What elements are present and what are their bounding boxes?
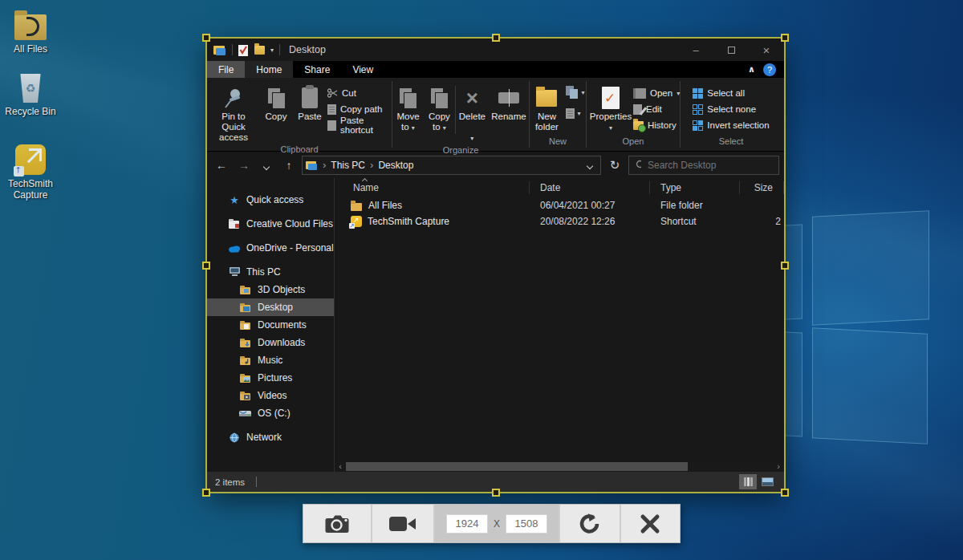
new-folder-qat-icon[interactable] <box>254 46 265 55</box>
new-folder-button[interactable]: New folder <box>530 83 563 134</box>
search-box[interactable] <box>628 156 779 175</box>
delete-button[interactable]: × Delete ▾ <box>456 83 489 145</box>
cut-button[interactable]: Cut <box>327 86 392 100</box>
recent-locations-button[interactable] <box>257 159 276 172</box>
sidebar-item-music[interactable]: Music <box>207 351 334 369</box>
desktop-icon-techsmith-capture[interactable]: TechSmith Capture <box>0 141 61 201</box>
sidebar-item-quick-access[interactable]: ★ Quick access <box>207 191 334 209</box>
sidebar-item-this-pc[interactable]: This PC <box>207 263 334 281</box>
resize-handle-bottom-right[interactable] <box>781 489 789 497</box>
title-bar[interactable]: ▾ Desktop – × <box>207 39 784 61</box>
resize-handle-top-right[interactable] <box>781 34 789 42</box>
invert-selection-button[interactable]: Invert selection <box>693 118 769 132</box>
star-icon: ★ <box>228 194 241 206</box>
tab-view[interactable]: View <box>341 61 384 78</box>
edit-button[interactable]: Edit <box>633 102 678 116</box>
sidebar-item-creative-cloud-files[interactable]: Creative Cloud Files <box>207 215 334 233</box>
file-explorer-window: ▾ Desktop – × File Home Share View ∧ ? <box>207 39 784 492</box>
refresh-button[interactable]: ↻ <box>604 158 625 172</box>
search-input[interactable] <box>648 160 772 171</box>
video-camera-icon <box>389 515 416 533</box>
dropdown-arrow-icon: ▾ <box>581 89 584 96</box>
window-title: Desktop <box>289 44 326 55</box>
capture-height-input[interactable] <box>506 514 547 534</box>
scrollbar-track[interactable] <box>346 461 773 472</box>
tab-file[interactable]: File <box>207 61 245 78</box>
select-all-button[interactable]: Select all <box>693 86 769 100</box>
file-row-techsmith-capture[interactable]: TechSmith Capture 20/08/2022 12:26 Short… <box>335 213 784 229</box>
tab-share[interactable]: Share <box>293 61 341 78</box>
maximize-button[interactable] <box>713 39 749 61</box>
sidebar-item-pictures[interactable]: Pictures <box>207 369 334 387</box>
resize-handle-top-left[interactable] <box>202 34 210 42</box>
sidebar-item-downloads[interactable]: Downloads <box>207 334 334 351</box>
column-header-name[interactable]: Name <box>335 178 530 197</box>
address-field[interactable]: › This PC › Desktop <box>302 156 601 175</box>
scrollbar-thumb[interactable] <box>346 462 688 471</box>
copy-path-button[interactable]: Copy path <box>327 102 392 116</box>
file-row-all-files[interactable]: All Files 06/04/2021 00:27 File folder <box>335 197 784 213</box>
minimize-button[interactable]: – <box>678 39 713 61</box>
capture-image-button[interactable] <box>303 505 371 542</box>
paste-button[interactable]: Paste <box>292 83 327 124</box>
capture-width-input[interactable] <box>446 514 488 534</box>
open-button[interactable]: Open ▾ <box>633 86 678 100</box>
reset-selection-button[interactable] <box>559 505 620 542</box>
sidebar-item-os-c[interactable]: OS (C:) <box>207 404 334 422</box>
select-none-button[interactable]: Select none <box>693 102 769 116</box>
resize-handle-middle-right[interactable] <box>781 262 789 270</box>
tab-home[interactable]: Home <box>245 61 293 78</box>
capture-video-button[interactable] <box>371 505 433 542</box>
history-button[interactable]: History <box>633 118 678 132</box>
file-list-empty-area[interactable] <box>335 229 784 461</box>
column-divider[interactable] <box>783 181 784 194</box>
column-header-size[interactable]: Size <box>740 178 784 197</box>
videos-folder-icon <box>239 392 252 400</box>
back-button[interactable]: ← <box>212 159 231 172</box>
help-button[interactable]: ? <box>763 63 776 76</box>
sidebar-item-videos[interactable]: Videos <box>207 387 334 404</box>
rename-button[interactable]: Rename <box>489 83 529 124</box>
sidebar-item-documents[interactable]: Documents <box>207 316 334 334</box>
easy-access-button[interactable]: ▾ <box>566 105 584 121</box>
resize-handle-bottom-left[interactable] <box>202 489 210 497</box>
desktop-icon-all-files[interactable]: All Files <box>0 6 61 55</box>
column-header-row: Name Date Type Size <box>335 178 784 197</box>
resize-handle-middle-left[interactable] <box>202 262 210 270</box>
desktop-icon-label: Recycle Bin <box>0 106 61 117</box>
move-to-button[interactable]: Move to ▾ <box>392 83 424 135</box>
open-icon <box>633 88 646 99</box>
horizontal-scrollbar[interactable]: ‹ › <box>335 461 784 472</box>
paste-shortcut-button[interactable]: Paste shortcut <box>327 118 392 132</box>
sidebar-item-network[interactable]: Network <box>207 428 334 446</box>
cancel-capture-button[interactable] <box>620 505 678 542</box>
scroll-right-icon[interactable]: › <box>773 461 784 472</box>
qat-customize-icon[interactable]: ▾ <box>270 47 274 54</box>
collapse-ribbon-icon[interactable]: ∧ <box>748 64 755 75</box>
sidebar-item-onedrive[interactable]: OneDrive - Personal <box>207 239 334 257</box>
resize-handle-bottom-middle[interactable] <box>492 489 500 497</box>
forward-button[interactable]: → <box>234 159 254 172</box>
pin-to-quick-access-button[interactable]: Pin to Quick access <box>207 83 260 144</box>
details-view-button[interactable] <box>739 474 757 489</box>
resize-handle-top-middle[interactable] <box>492 34 500 42</box>
sidebar-item-desktop[interactable]: Desktop <box>207 298 334 316</box>
properties-button[interactable]: Properties▾ <box>588 83 633 135</box>
properties-qat-icon[interactable] <box>238 44 249 56</box>
address-dropdown-button[interactable] <box>587 160 597 171</box>
breadcrumb-desktop[interactable]: Desktop <box>378 160 413 171</box>
scroll-left-icon[interactable]: ‹ <box>335 461 346 472</box>
breadcrumb-this-pc[interactable]: This PC <box>331 160 365 171</box>
sidebar-item-3d-objects[interactable]: 3D Objects <box>207 281 334 298</box>
column-header-type[interactable]: Type <box>650 178 740 197</box>
close-button[interactable]: × <box>749 39 784 61</box>
new-item-button[interactable]: ▾ <box>566 84 584 100</box>
thumbnail-view-button[interactable] <box>758 474 776 489</box>
copy-to-button[interactable]: Copy to ▾ <box>424 83 455 135</box>
desktop-icon-recycle-bin[interactable]: Recycle Bin <box>0 69 61 117</box>
up-button[interactable]: ↑ <box>279 159 299 172</box>
copy-button[interactable]: Copy <box>260 83 292 124</box>
column-header-date[interactable]: Date <box>530 178 650 197</box>
explorer-app-icon <box>213 45 226 55</box>
documents-folder-icon <box>239 321 252 330</box>
